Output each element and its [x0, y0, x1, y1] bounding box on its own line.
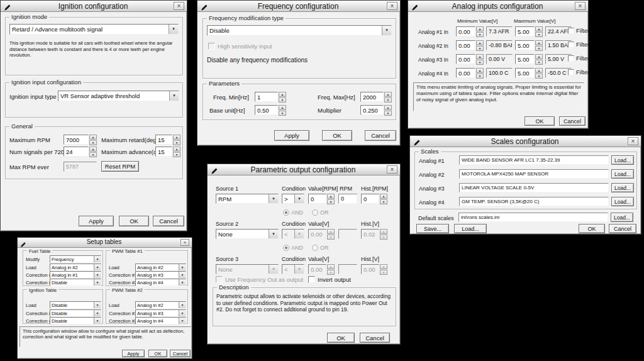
analog3-min-spinner[interactable]: 0.00 [456, 54, 484, 64]
close-icon[interactable] [387, 165, 397, 174]
or-radio-2[interactable]: OR [312, 245, 329, 251]
source2-select[interactable]: None [216, 229, 279, 239]
analog4-max-spinner[interactable]: 5.00 [515, 68, 543, 78]
spinner-arrows-icon[interactable] [476, 26, 484, 36]
ignition-correction1-select[interactable]: Disable [50, 309, 101, 317]
close-icon[interactable] [575, 2, 586, 10]
spinner-arrows-icon[interactable] [476, 54, 484, 64]
chevron-down-icon[interactable] [179, 310, 186, 316]
analog2-max-spinner[interactable]: 5.00 [515, 40, 543, 50]
ignition-load-select[interactable]: Disable [50, 301, 101, 309]
save-button[interactable]: Save... [416, 224, 449, 233]
analog3-filter-checkbox[interactable]: Filter [568, 55, 589, 62]
chevron-down-icon[interactable] [94, 256, 101, 262]
analog1-filter-checkbox[interactable]: Filter [568, 27, 589, 34]
ignition-input-type-select[interactable]: VR Sensor adaptive threshold [58, 91, 179, 101]
analog2-filter-checkbox[interactable]: Filter [568, 41, 589, 48]
spinner-arrows-icon[interactable] [89, 147, 97, 157]
titlebar[interactable]: Analog inputs configuration [408, 1, 588, 12]
spinner-arrows-icon[interactable] [384, 105, 392, 115]
chevron-down-icon[interactable] [269, 194, 278, 203]
scale1-load-button[interactable]: Load... [611, 155, 634, 165]
chevron-down-icon[interactable] [179, 279, 186, 286]
cancel-button[interactable]: Cancel [360, 333, 390, 343]
cancel-button[interactable]: Cancel [559, 116, 586, 126]
chevron-down-icon[interactable] [94, 310, 101, 316]
analog1-min-spinner[interactable]: 0.00 [456, 26, 484, 36]
close-icon[interactable] [387, 2, 397, 10]
chevron-down-icon[interactable] [382, 26, 391, 35]
source1-value-spinner[interactable]: 0 [308, 194, 335, 204]
apply-button[interactable]: Apply [79, 216, 114, 226]
pwm1-correction1-select[interactable]: Analog in #3 [135, 271, 186, 279]
chevron-down-icon[interactable] [169, 91, 179, 101]
spinner-arrows-icon[interactable] [327, 194, 335, 204]
or-radio-1[interactable]: OR [312, 209, 329, 216]
spinner-arrows-icon[interactable] [535, 54, 543, 64]
scale4-load-button[interactable]: Load... [611, 197, 634, 206]
apply-button[interactable]: Apply [122, 350, 145, 357]
spinner-arrows-icon[interactable] [279, 105, 286, 115]
frequency-type-select[interactable]: Disable [207, 25, 392, 36]
and-radio-1[interactable]: AND [283, 209, 303, 216]
spinner-arrows-icon[interactable] [89, 135, 97, 145]
chevron-down-icon[interactable] [294, 194, 304, 203]
multiplier-spinner[interactable]: 0.250 [360, 105, 392, 115]
and-radio-2[interactable]: AND [283, 245, 303, 251]
chevron-down-icon[interactable] [179, 302, 186, 308]
fuel-correction2-select[interactable]: Disable [50, 279, 101, 286]
spinner-arrows-icon[interactable] [173, 135, 180, 145]
scale2-load-button[interactable]: Load... [611, 169, 634, 179]
fuel-modify-select[interactable]: Frequency [50, 255, 101, 263]
default-scales-field[interactable]: ini\rons scales.ini [458, 213, 608, 222]
cancel-button[interactable]: Cancel [365, 130, 396, 141]
fuel-load-select[interactable]: Analog in #2 [50, 264, 101, 271]
spinner-arrows-icon[interactable] [535, 68, 543, 78]
ok-button[interactable]: OK [322, 130, 352, 141]
maximum-advance-spinner[interactable]: 15 [155, 147, 180, 157]
chevron-down-icon[interactable] [94, 279, 101, 286]
reset-rpm-button[interactable]: Reset RPM [101, 161, 139, 172]
titlebar[interactable]: Setup tables [18, 238, 192, 248]
spinner-arrows-icon[interactable] [384, 92, 392, 102]
source1-hist-spinner[interactable]: 0 [361, 194, 387, 204]
freq-min-spinner[interactable]: 1 [255, 92, 286, 102]
scale3-field[interactable]: LINEAR VOLTAGE SCALE 0-5V [459, 183, 609, 192]
pwm2-load-select[interactable]: Analog in #2 [135, 301, 186, 309]
ignition-correction2-select[interactable]: Disable [50, 317, 101, 325]
high-sensitivity-checkbox[interactable]: High sensitivity input [208, 43, 272, 50]
pwm2-correction1-select[interactable]: Analog in #3 [135, 309, 186, 317]
scale2-field[interactable]: MOTOROLA MPX4250 MAP SENSOR [459, 169, 609, 179]
default-scales-load-button[interactable]: Load... [611, 213, 633, 222]
chevron-down-icon[interactable] [94, 302, 101, 308]
pwm1-load-select[interactable]: Analog in #2 [135, 264, 186, 271]
spinner-arrows-icon[interactable] [476, 68, 484, 78]
ignition-mode-select[interactable]: Retard / Advance multitooth signal [9, 24, 179, 35]
chevron-down-icon[interactable] [94, 272, 101, 278]
invert-output-checkbox[interactable]: Invert output [308, 276, 351, 283]
titlebar[interactable]: Frequency configuration [197, 1, 400, 12]
maximum-retard-spinner[interactable]: 15 [155, 135, 180, 145]
pwm1-correction2-select[interactable]: Analog in #4 [135, 279, 186, 286]
close-icon[interactable] [174, 2, 184, 10]
load-button[interactable]: Load... [454, 224, 487, 233]
chevron-down-icon[interactable] [179, 272, 186, 278]
chevron-down-icon[interactable] [269, 230, 278, 238]
source1-select[interactable]: RPM [216, 194, 279, 204]
ok-button[interactable]: OK [525, 116, 555, 126]
analog3-max-spinner[interactable]: 5.00 [515, 54, 543, 64]
analog1-max-spinner[interactable]: 5.00 [515, 26, 543, 36]
pwm2-correction2-select[interactable]: Analog in #4 [135, 317, 186, 325]
base-unit-spinner[interactable]: 0.50 [255, 105, 286, 115]
spinner-arrows-icon[interactable] [173, 147, 180, 157]
apply-button[interactable]: Apply [274, 130, 309, 141]
spinner-arrows-icon[interactable] [279, 92, 286, 102]
chevron-down-icon[interactable] [169, 25, 178, 34]
chevron-down-icon[interactable] [94, 318, 101, 324]
scale3-load-button[interactable]: Load... [611, 183, 634, 192]
titlebar[interactable]: Ignition configuration [1, 1, 187, 12]
chevron-down-icon[interactable] [179, 264, 186, 270]
titlebar[interactable]: Parametric output configuration [208, 164, 400, 175]
spinner-arrows-icon[interactable] [476, 40, 484, 50]
close-icon[interactable] [628, 137, 638, 145]
